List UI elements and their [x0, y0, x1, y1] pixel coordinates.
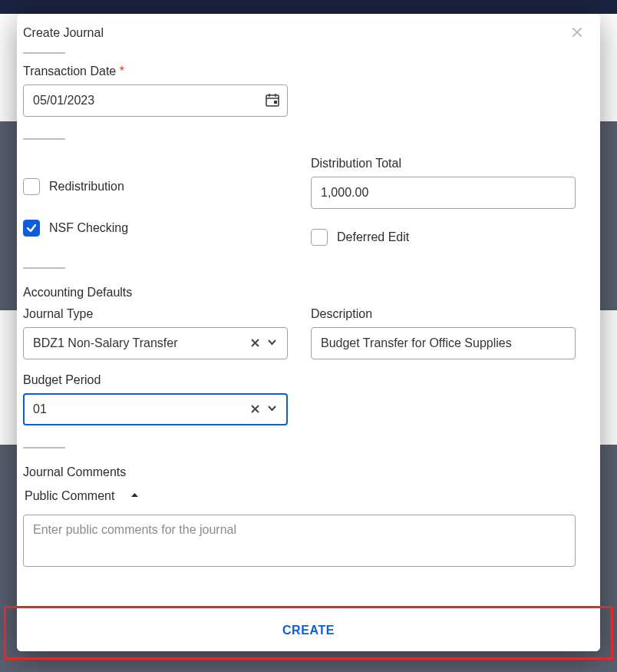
clear-icon[interactable]: [248, 334, 262, 353]
accounting-defaults-heading: Accounting Defaults: [23, 286, 594, 300]
redistribution-checkbox[interactable]: [23, 178, 40, 195]
modal-header: Create Journal: [17, 14, 600, 43]
description-input[interactable]: [311, 327, 576, 359]
divider: [23, 138, 65, 140]
transaction-date-label: Transaction Date *: [23, 65, 594, 78]
create-journal-modal: Create Journal Transaction Date *: [17, 14, 600, 651]
journal-type-label: Journal Type: [23, 307, 288, 321]
clear-icon[interactable]: [248, 400, 262, 419]
budget-period-value: 01: [33, 402, 47, 416]
deferred-edit-label: Deferred Edit: [337, 230, 409, 244]
distribution-total-input[interactable]: [311, 177, 576, 209]
svg-rect-2: [274, 101, 277, 104]
journal-comments-heading: Journal Comments: [23, 465, 594, 479]
public-comment-textarea[interactable]: [23, 515, 576, 567]
close-icon: [571, 25, 583, 41]
public-comment-label: Public Comment: [25, 489, 114, 503]
modal-title: Create Journal: [23, 23, 104, 43]
journal-type-value: BDZ1 Non-Salary Transfer: [33, 336, 178, 350]
create-button[interactable]: CREATE: [17, 609, 600, 651]
required-marker: *: [120, 65, 124, 78]
label-text: Transaction Date: [23, 65, 116, 78]
modal-footer: CREATE: [17, 608, 600, 651]
description-label: Description: [311, 307, 576, 321]
nsf-checking-checkbox[interactable]: [23, 220, 40, 237]
divider: [23, 267, 65, 269]
modal-body-scroll[interactable]: Transaction Date *: [17, 54, 600, 608]
collapse-button[interactable]: [127, 487, 143, 505]
close-button[interactable]: [568, 24, 586, 42]
divider: [23, 447, 65, 449]
budget-period-label: Budget Period: [23, 373, 594, 387]
distribution-total-label: Distribution Total: [311, 157, 576, 170]
chevron-up-icon: [130, 490, 140, 502]
deferred-edit-checkbox[interactable]: [311, 229, 328, 246]
chevron-down-icon[interactable]: [264, 400, 280, 419]
nsf-checking-label: NSF Checking: [49, 221, 128, 235]
redistribution-label: Redistribution: [49, 180, 124, 194]
transaction-date-input[interactable]: [23, 84, 288, 117]
calendar-icon[interactable]: [265, 92, 280, 108]
app-topbar: [0, 0, 617, 14]
chevron-down-icon[interactable]: [264, 334, 280, 353]
